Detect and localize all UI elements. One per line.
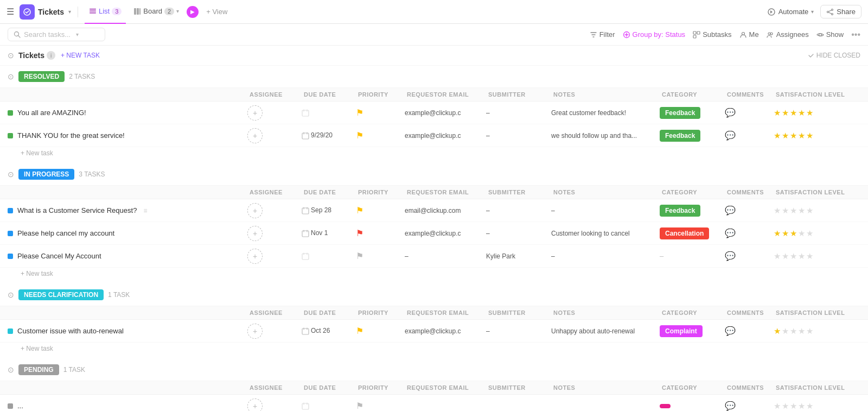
tab-list[interactable]: List 3 <box>85 0 126 24</box>
new-task-btn[interactable]: + NEW TASK <box>61 52 100 59</box>
hide-closed-btn[interactable]: HIDE CLOSED <box>808 52 860 59</box>
category-cell[interactable]: Feedback <box>660 205 725 217</box>
group-by-btn[interactable]: Group by: Status <box>623 30 686 39</box>
notes-cell: we should follow up and tha... <box>551 132 654 140</box>
add-view-btn[interactable]: + View <box>202 5 232 18</box>
add-assignee-btn[interactable]: + <box>247 226 263 241</box>
notes-cell: Customer looking to cancel <box>551 230 654 237</box>
search-box[interactable]: Search tasks... ▾ <box>8 28 105 41</box>
task-name[interactable]: You all are AMAZING! <box>17 109 86 117</box>
table-row[interactable]: Please Cancel My Account + ⚑ – Kylie Par… <box>0 245 868 268</box>
task-name[interactable]: Please Cancel My Account <box>17 252 101 260</box>
new-task-row[interactable]: + New task <box>0 147 868 159</box>
table-row[interactable]: ... + ⚑ 💬 ★★★★★ <box>0 395 868 411</box>
comments-cell[interactable]: 💬 <box>725 401 774 411</box>
collapse-pending[interactable]: ⊙ <box>8 365 14 374</box>
comment-icon[interactable]: 💬 <box>725 229 736 238</box>
category-cell[interactable]: Cancellation <box>660 227 725 239</box>
category-cell[interactable]: – <box>660 252 725 260</box>
add-assignee-btn[interactable]: + <box>247 324 263 339</box>
category-badge[interactable] <box>660 404 671 408</box>
me-btn[interactable]: Me <box>739 30 759 39</box>
tickets-collapse[interactable]: ⊙ <box>8 51 14 60</box>
category-badge[interactable]: Complaint <box>660 325 703 337</box>
comments-cell[interactable]: 💬 <box>725 326 774 336</box>
group-icon <box>623 31 630 39</box>
add-assignee-btn[interactable]: + <box>247 105 263 121</box>
priority-cell: ⚑ <box>356 401 405 411</box>
comment-icon[interactable]: 💬 <box>725 326 736 336</box>
add-assignee-btn[interactable]: + <box>247 128 263 143</box>
group-resolved: ⊙ RESOLVED 2 TASKS ASSIGNEEDUE DATEPRIOR… <box>0 66 868 159</box>
priority-flag: ⚑ <box>356 206 363 215</box>
board-caret[interactable]: ▾ <box>176 8 179 14</box>
star-5: ★ <box>806 401 813 411</box>
more-btn[interactable]: ••• <box>851 30 860 40</box>
category-badge[interactable]: Feedback <box>660 107 700 119</box>
satisfaction-cell: ★★★★★ <box>774 229 860 238</box>
add-assignee-btn[interactable]: + <box>247 203 263 218</box>
tab-board-badge: 2 <box>164 8 174 15</box>
tab-board[interactable]: Board 2 ▾ <box>129 0 183 24</box>
automate-caret[interactable]: ▾ <box>811 9 814 15</box>
automate-btn[interactable]: Automate ▾ <box>767 8 814 16</box>
category-cell[interactable]: Feedback <box>660 107 725 119</box>
task-name[interactable]: Customer issue with auto-renewal <box>17 327 124 335</box>
subtasks-btn[interactable]: Subtasks <box>693 30 731 39</box>
comment-icon[interactable]: 💬 <box>725 251 736 261</box>
count-resolved: 2 TASKS <box>69 73 95 80</box>
new-task-row[interactable]: + New task <box>0 268 868 280</box>
star-rating: ★★★★★ <box>774 326 860 336</box>
comments-cell[interactable]: 💬 <box>725 108 774 118</box>
comment-icon[interactable]: 💬 <box>725 108 736 117</box>
task-name[interactable]: THANK YOU for the great service! <box>17 131 125 140</box>
app-title: Tickets <box>38 8 64 16</box>
table-row[interactable]: You all are AMAZING! + ⚑ example@clickup… <box>0 102 868 124</box>
task-menu[interactable]: ≡ <box>143 207 147 214</box>
star-5: ★ <box>806 251 813 261</box>
comments-cell[interactable]: 💬 <box>725 228 774 238</box>
search-caret[interactable]: ▾ <box>76 31 79 37</box>
new-task-row[interactable]: + New task <box>0 343 868 355</box>
satisfaction-cell: ★★★★★ <box>774 401 860 411</box>
tickets-info[interactable]: i <box>47 51 55 60</box>
comments-cell[interactable]: 💬 <box>725 130 774 141</box>
assignee-cell: + <box>247 128 302 143</box>
search-icon <box>14 31 21 38</box>
comment-icon[interactable]: 💬 <box>725 131 736 140</box>
share-btn[interactable]: Share <box>820 5 861 18</box>
show-btn[interactable]: Show <box>816 30 844 39</box>
comments-cell[interactable]: 💬 <box>725 205 774 216</box>
category-cell[interactable] <box>660 402 725 410</box>
table-row[interactable]: Please help cancel my account + Nov 1 ⚑ … <box>0 222 868 245</box>
star-3: ★ <box>790 326 797 336</box>
task-name[interactable]: Please help cancel my account <box>17 229 114 237</box>
col-header-7: CATEGORY <box>660 90 725 99</box>
add-assignee-btn[interactable]: + <box>247 399 263 412</box>
menu-icon[interactable]: ☰ <box>7 7 14 17</box>
category-badge[interactable]: Feedback <box>660 130 700 142</box>
category-cell[interactable]: Complaint <box>660 325 725 337</box>
satisfaction-cell: ★★★★★ <box>774 326 860 336</box>
star-5: ★ <box>806 229 813 238</box>
comment-icon[interactable]: 💬 <box>725 401 736 410</box>
category-cell[interactable]: Feedback <box>660 130 725 142</box>
comment-icon[interactable]: 💬 <box>725 206 736 215</box>
collapse-resolved[interactable]: ⊙ <box>8 72 14 81</box>
collapse-in-progress[interactable]: ⊙ <box>8 170 14 179</box>
task-name[interactable]: What is a Customer Service Request? <box>17 206 137 214</box>
category-badge[interactable]: Feedback <box>660 205 700 217</box>
comments-cell[interactable]: 💬 <box>725 251 774 261</box>
collapse-needs-clarification[interactable]: ⊙ <box>8 290 14 299</box>
table-row[interactable]: What is a Customer Service Request? ≡ + … <box>0 199 868 222</box>
task-name[interactable]: ... <box>17 402 23 410</box>
table-row[interactable]: Customer issue with auto-renewal + Oct 2… <box>0 320 868 343</box>
add-assignee-btn[interactable]: + <box>247 249 263 264</box>
filter-btn[interactable]: Filter <box>590 30 615 39</box>
assignees-btn[interactable]: Assignees <box>767 30 809 39</box>
play-icon[interactable]: ▶ <box>187 6 199 18</box>
table-row[interactable]: THANK YOU for the great service! + 9/29/… <box>0 124 868 147</box>
category-badge[interactable]: Cancellation <box>660 227 709 239</box>
svg-rect-41 <box>302 403 309 409</box>
title-caret[interactable]: ▾ <box>68 9 71 15</box>
